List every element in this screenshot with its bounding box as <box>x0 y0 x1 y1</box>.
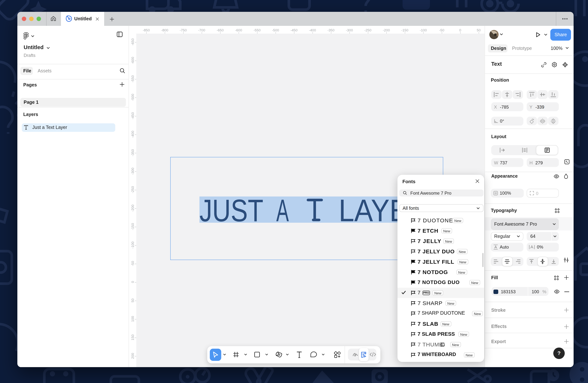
svg-text:A: A <box>276 193 289 228</box>
svg-text:JUST: JUST <box>199 193 263 228</box>
